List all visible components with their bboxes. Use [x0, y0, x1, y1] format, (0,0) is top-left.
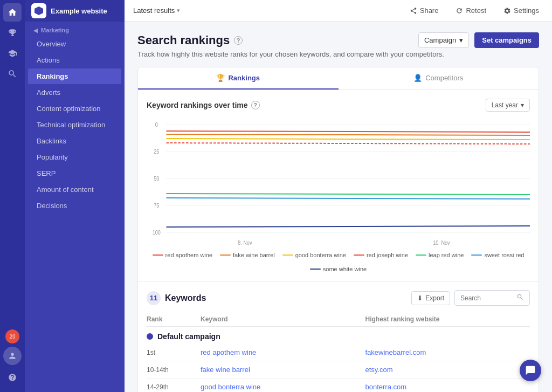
table-row: 1st red apothem wine fakewinebarrel.com	[147, 344, 530, 361]
svg-text:50: 50	[154, 176, 159, 182]
icon-strip-bottom: 20	[3, 329, 22, 392]
export-icon: ⬇	[417, 294, 423, 302]
settings-button[interactable]: Settings	[499, 4, 543, 17]
chart-help-icon[interactable]: ?	[251, 101, 260, 109]
sidebar-item-adverts[interactable]: Adverts	[28, 85, 121, 100]
page-subtitle: Track how highly this website ranks for …	[137, 50, 539, 58]
chevron-down-icon: ▾	[177, 7, 180, 14]
keywords-title: Keywords	[165, 293, 411, 303]
share-icon	[410, 7, 417, 15]
svg-text:75: 75	[154, 203, 159, 209]
sidebar-item-actions[interactable]: Actions	[28, 52, 121, 68]
page-title-help-icon[interactable]: ?	[234, 36, 243, 45]
sidebar-item-overview[interactable]: Overview	[28, 36, 121, 52]
sidebar-header: Example website	[25, 0, 125, 22]
settings-icon	[503, 7, 511, 15]
sidebar-icon-help[interactable]	[3, 368, 22, 387]
legend-item-sweet-rossi: sweet rossi red	[471, 252, 524, 258]
sidebar-icon-home[interactable]	[3, 3, 22, 22]
sidebar-item-amount-of-content[interactable]: Amount of content	[28, 182, 121, 197]
svg-text:10. Nov: 10. Nov	[433, 240, 450, 246]
legend-line	[310, 269, 321, 270]
keywords-section: 11 Keywords ⬇ Export Rank Key	[137, 281, 539, 392]
sidebar-section-marketing: ◀ Marketing	[25, 22, 125, 36]
website-link[interactable]: bonterra.com	[365, 383, 407, 391]
rank-cell: 10-14th	[147, 366, 201, 374]
share-button[interactable]: Share	[405, 4, 443, 17]
table-row: 14-29th good bonterra wine bonterra.com	[147, 379, 530, 392]
retest-button[interactable]: Retest	[451, 4, 491, 17]
legend-item-some-white: some white wine	[310, 266, 367, 272]
svg-line-12	[166, 131, 530, 132]
svg-text:100: 100	[153, 230, 161, 236]
chart-section: Keyword rankings over time ? Last year ▾…	[137, 90, 539, 281]
legend-item-red-apothem: red apothem wine	[153, 252, 212, 258]
legend-item-leap-red: leap red wine	[416, 252, 464, 258]
sidebar-item-serp[interactable]: SERP	[28, 166, 121, 181]
tab-competitors[interactable]: 👤 Competitors	[339, 67, 539, 90]
tab-rankings[interactable]: 🏆 Rankings	[138, 67, 339, 90]
legend-item-red-joseph: red joseph wine	[354, 252, 408, 258]
keyword-cell: red apothem wine	[201, 348, 365, 356]
keywords-search-input[interactable]	[460, 294, 514, 302]
campaign-dot	[147, 333, 153, 340]
col-rank: Rank	[147, 315, 201, 323]
search-box	[454, 290, 530, 306]
topbar-results-label: Latest results	[133, 6, 175, 15]
sidebar-icon-user-avatar[interactable]	[3, 347, 22, 365]
sidebar-item-backlinks[interactable]: Backlinks	[28, 133, 121, 149]
app-logo	[31, 3, 46, 18]
sidebar-item-technical-optimization[interactable]: Technical optimization	[28, 117, 121, 133]
campaign-group-header: Default campaign	[147, 327, 530, 344]
svg-text:25: 25	[154, 149, 159, 155]
chart-legend: red apothem wine fake wine barrel good b…	[147, 252, 530, 272]
keywords-count-badge: 11	[147, 291, 161, 305]
legend-item-fake-wine: fake wine barrel	[220, 252, 275, 258]
campaign-dropdown[interactable]: Campaign ▾	[418, 32, 469, 48]
keyword-cell: good bonterra wine	[201, 383, 365, 391]
sidebar-nav: ◀ Marketing Overview Actions Rankings Ad…	[25, 22, 125, 392]
export-button[interactable]: ⬇ Export	[411, 291, 450, 305]
svg-text:8. Nov: 8. Nov	[238, 240, 252, 246]
legend-line	[354, 255, 364, 256]
sidebar-icon-graduation[interactable]	[3, 44, 22, 63]
legend-line	[220, 255, 231, 256]
chart-title: Keyword rankings over time ?	[147, 101, 260, 109]
sidebar-item-popularity[interactable]: Popularity	[28, 149, 121, 165]
rankings-chart: 0 25 50 75 100 8. Nov 10. Nov	[147, 118, 530, 247]
trophy-icon: 🏆	[216, 74, 225, 82]
topbar-results-dropdown[interactable]: Latest results ▾	[133, 6, 180, 15]
svg-line-13	[166, 134, 530, 135]
app-title: Example website	[51, 7, 107, 15]
keyword-link[interactable]: good bonterra wine	[201, 383, 260, 391]
keyword-link[interactable]: red apothem wine	[201, 348, 256, 356]
keyword-cell: fake wine barrel	[201, 366, 365, 374]
website-link[interactable]: etsy.com	[365, 366, 393, 374]
sidebar-item-decisions[interactable]: Decisions	[28, 198, 121, 214]
sidebar-item-rankings[interactable]: Rankings	[28, 68, 121, 84]
svg-line-15	[166, 143, 530, 144]
main-content: Latest results ▾ Share Retest Settings	[125, 0, 552, 392]
chat-button[interactable]	[520, 360, 541, 381]
sidebar-item-content-optimization[interactable]: Content optimization	[28, 101, 121, 116]
rank-cell: 14-29th	[147, 383, 201, 391]
set-campaigns-button[interactable]: Set campaigns	[474, 32, 539, 48]
notification-badge[interactable]: 20	[5, 329, 19, 343]
svg-line-17	[166, 198, 530, 199]
person-icon: 👤	[413, 74, 422, 82]
chart-area: 0 25 50 75 100 8. Nov 10. Nov	[147, 118, 530, 247]
table-row: 10-14th fake wine barrel etsy.com	[147, 361, 530, 379]
website-link[interactable]: fakewinebarrel.com	[365, 348, 426, 356]
sidebar-icon-search[interactable]	[3, 65, 22, 83]
time-filter-dropdown[interactable]: Last year ▾	[486, 99, 530, 112]
keyword-link[interactable]: fake wine barrel	[201, 366, 250, 374]
content-area: Search rankings ? Campaign ▾ Set campaig…	[125, 22, 552, 392]
keywords-header: 11 Keywords ⬇ Export	[147, 290, 530, 306]
svg-text:0: 0	[155, 122, 158, 128]
sidebar: Example website ◀ Marketing Overview Act…	[25, 0, 125, 392]
tabs-container: 🏆 Rankings 👤 Competitors	[137, 67, 539, 90]
website-cell: bonterra.com	[365, 383, 530, 391]
retest-icon	[456, 7, 463, 15]
col-keyword: Keyword	[201, 315, 365, 323]
sidebar-icon-trophy[interactable]	[3, 24, 22, 42]
